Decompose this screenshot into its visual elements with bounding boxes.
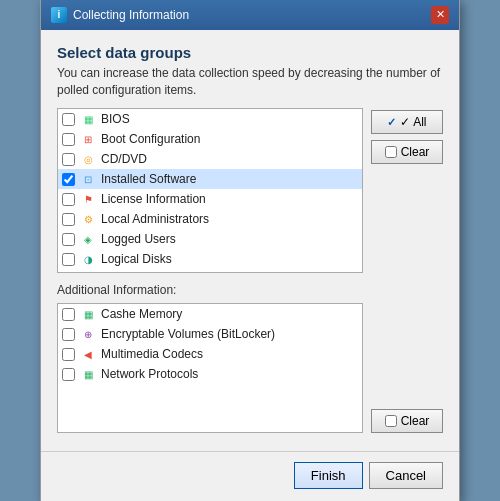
bios-label: BIOS: [101, 112, 130, 126]
license-label: License Information: [101, 192, 206, 206]
software-checkbox[interactable]: [62, 173, 75, 186]
subtext: You can increase the data collection spe…: [57, 65, 443, 99]
cache-label: Cashe Memory: [101, 307, 182, 321]
list-item[interactable]: ⚑ License Information: [58, 189, 362, 209]
monitor-icon: ▭: [80, 271, 96, 273]
additional-label: Additional Information:: [57, 283, 363, 297]
monitor-checkbox[interactable]: [62, 273, 75, 274]
checkmark-icon: ✓: [387, 116, 396, 129]
additional-list[interactable]: ▦ Cashe Memory ⊕ Encryptable Volumes (Bi…: [57, 303, 363, 433]
bios-checkbox[interactable]: [62, 113, 75, 126]
dialog-icon: i: [51, 7, 67, 23]
admins-label: Local Administrators: [101, 212, 209, 226]
users-icon: ◈: [80, 231, 96, 247]
boot-icon: ⊞: [80, 131, 96, 147]
dialog-body: Select data groups You can increase the …: [41, 30, 459, 444]
button-spacer: [371, 170, 443, 403]
list-item[interactable]: ◎ CD/DVD: [58, 149, 362, 169]
bottom-buttons: Finish Cancel: [41, 451, 459, 501]
cddvd-label: CD/DVD: [101, 152, 147, 166]
lists-area: ▦ BIOS ⊞ Boot Configuration ◎ CD/DVD: [57, 108, 363, 433]
disks-icon: ◑: [80, 251, 96, 267]
admins-checkbox[interactable]: [62, 213, 75, 226]
all-button-label: ✓ All: [400, 115, 426, 129]
disks-checkbox[interactable]: [62, 253, 75, 266]
bios-icon: ▦: [80, 111, 96, 127]
clear-button-bottom[interactable]: Clear: [371, 409, 443, 433]
main-list[interactable]: ▦ BIOS ⊞ Boot Configuration ◎ CD/DVD: [57, 108, 363, 273]
network-label: Network Protocols: [101, 367, 198, 381]
admins-icon: ⚙: [80, 211, 96, 227]
cache-icon: ▦: [80, 306, 96, 322]
network-icon: ▦: [80, 366, 96, 382]
list-item[interactable]: ▦ BIOS: [58, 109, 362, 129]
close-button[interactable]: ✕: [431, 6, 449, 24]
encrypt-label: Encryptable Volumes (BitLocker): [101, 327, 275, 341]
encrypt-icon: ⊕: [80, 326, 96, 342]
list-item[interactable]: ◀ Multimedia Codecs: [58, 344, 362, 364]
all-button[interactable]: ✓ ✓ All: [371, 110, 443, 134]
list-item[interactable]: ⊕ Encryptable Volumes (BitLocker): [58, 324, 362, 344]
list-item[interactable]: ⊞ Boot Configuration: [58, 129, 362, 149]
list-item[interactable]: ◑ Logical Disks: [58, 249, 362, 269]
dialog-title: Collecting Information: [73, 8, 189, 22]
license-icon: ⚑: [80, 191, 96, 207]
title-bar: i Collecting Information ✕: [41, 0, 459, 30]
collecting-information-dialog: i Collecting Information ✕ Select data g…: [40, 0, 460, 501]
title-bar-left: i Collecting Information: [51, 7, 189, 23]
buttons-area: ✓ ✓ All Clear Clear: [371, 108, 443, 433]
codecs-icon: ◀: [80, 346, 96, 362]
users-checkbox[interactable]: [62, 233, 75, 246]
users-label: Logged Users: [101, 232, 176, 246]
list-item-selected[interactable]: ⊡ Installed Software: [58, 169, 362, 189]
list-item[interactable]: ▭ Monitor: [58, 269, 362, 273]
clear-bottom-label: Clear: [401, 414, 430, 428]
clear-bottom-checkbox: [385, 415, 397, 427]
monitor-label: Monitor: [101, 272, 141, 273]
boot-checkbox[interactable]: [62, 133, 75, 146]
software-label: Installed Software: [101, 172, 196, 186]
list-item[interactable]: ⚙ Local Administrators: [58, 209, 362, 229]
cache-checkbox[interactable]: [62, 308, 75, 321]
finish-button[interactable]: Finish: [294, 462, 363, 489]
clear-button-top[interactable]: Clear: [371, 140, 443, 164]
list-item[interactable]: ▦ Cashe Memory: [58, 304, 362, 324]
network-checkbox[interactable]: [62, 368, 75, 381]
encrypt-checkbox[interactable]: [62, 328, 75, 341]
disks-label: Logical Disks: [101, 252, 172, 266]
cddvd-checkbox[interactable]: [62, 153, 75, 166]
heading: Select data groups: [57, 44, 443, 61]
cancel-button[interactable]: Cancel: [369, 462, 443, 489]
software-icon: ⊡: [80, 171, 96, 187]
license-checkbox[interactable]: [62, 193, 75, 206]
codecs-label: Multimedia Codecs: [101, 347, 203, 361]
list-item[interactable]: ◈ Logged Users: [58, 229, 362, 249]
cddvd-icon: ◎: [80, 151, 96, 167]
codecs-checkbox[interactable]: [62, 348, 75, 361]
boot-label: Boot Configuration: [101, 132, 200, 146]
list-item[interactable]: ▦ Network Protocols: [58, 364, 362, 384]
clear-top-label: Clear: [401, 145, 430, 159]
clear-top-checkbox: [385, 146, 397, 158]
content-area: ▦ BIOS ⊞ Boot Configuration ◎ CD/DVD: [57, 108, 443, 433]
